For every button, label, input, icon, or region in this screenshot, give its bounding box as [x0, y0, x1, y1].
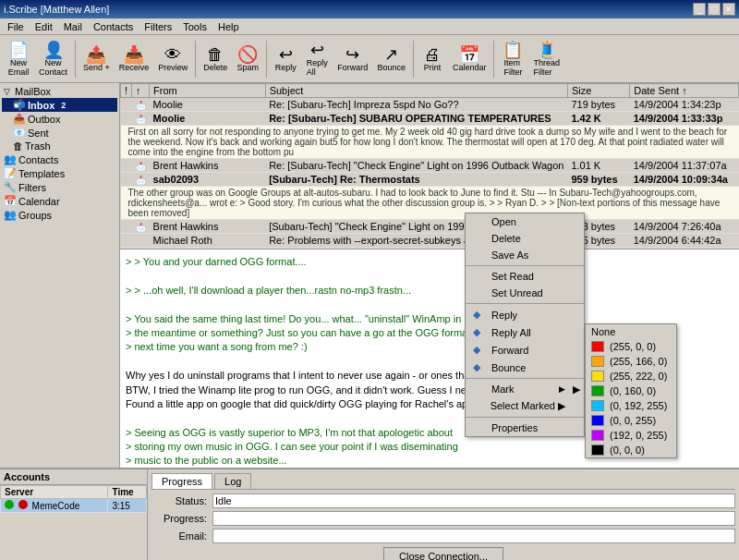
sent-icon: 📧: [13, 127, 26, 139]
sidebar-item-filters[interactable]: 🔧 Filters: [2, 180, 117, 194]
sidebar-item-mailbox[interactable]: ▽ MailBox: [2, 85, 117, 98]
bounce-label: Bounce: [377, 63, 406, 72]
sidebar-templates-label: Templates: [18, 168, 65, 179]
ctx-save-as[interactable]: Save As: [466, 247, 584, 263]
color-cyan[interactable]: (0, 192, 255): [586, 398, 676, 413]
reply-all-icon: ↩: [310, 42, 324, 58]
send-button[interactable]: 📤 Send +: [79, 38, 114, 80]
body-line: > > ...oh well, I'll download a player t…: [126, 284, 733, 298]
color-green[interactable]: (0, 160, 0): [586, 383, 676, 398]
reply-all-button[interactable]: ↩ ReplyAll: [302, 38, 332, 80]
row-status: 📩: [132, 112, 150, 126]
inbox-icon: 📬: [13, 99, 26, 111]
sidebar: ▽ MailBox 📬 Inbox 2 📤 Outbox 📧 Sent 🗑 Tr…: [0, 83, 120, 468]
sidebar-item-sent[interactable]: 📧 Sent: [2, 126, 117, 140]
send-label: Send +: [83, 63, 110, 72]
menu-file[interactable]: File: [2, 20, 30, 33]
thread-filter-button[interactable]: 🧵 ThreadFilter: [529, 38, 563, 80]
new-email-button[interactable]: 📄 NewEmail: [4, 38, 33, 80]
bounce-button[interactable]: ↗ Bounce: [373, 38, 409, 80]
preview-label: Preview: [158, 63, 188, 72]
ctx-open[interactable]: Open: [466, 213, 584, 230]
sidebar-item-templates[interactable]: 📝 Templates: [2, 166, 117, 180]
color-red[interactable]: (255, 0, 0): [586, 339, 676, 354]
sidebar-item-trash[interactable]: 🗑 Trash: [2, 140, 117, 152]
table-row[interactable]: 📩 Brent Hawkins [Subaru-Tech] "Check Eng…: [121, 220, 739, 234]
color-green-label: (0, 160, 0): [610, 385, 656, 396]
menu-filters[interactable]: Filters: [139, 20, 177, 33]
calendar-icon: 📅: [459, 46, 479, 63]
new-contact-button[interactable]: 👤 NewContact: [35, 38, 71, 80]
toolbar-separator-2: [195, 41, 196, 78]
ctx-reply-all[interactable]: ◆ Reply All: [466, 323, 584, 341]
menu-edit[interactable]: Edit: [30, 20, 58, 33]
sidebar-mailbox-label: MailBox: [15, 86, 51, 97]
color-orange[interactable]: (255, 166, 0): [586, 354, 676, 369]
ctx-set-read[interactable]: Set Read: [466, 268, 584, 285]
forward-icon: ↪: [345, 46, 359, 63]
row-date: 14/9/2004 1:33:33p: [630, 112, 739, 126]
color-blue[interactable]: (0, 0, 255): [586, 413, 676, 428]
toolbar-separator-4: [413, 41, 414, 78]
table-row[interactable]: Michael Roth Re: Problems with --export-…: [121, 234, 739, 248]
minimize-button[interactable]: _: [693, 3, 706, 16]
color-purple[interactable]: (192, 0, 255): [586, 428, 676, 443]
col-date[interactable]: Date Sent ↑: [630, 84, 739, 98]
maximize-button[interactable]: □: [708, 3, 721, 16]
color-none[interactable]: None: [586, 324, 676, 339]
ctx-reply-label: Reply: [491, 310, 517, 321]
ctx-delete[interactable]: Delete: [466, 230, 584, 247]
row-subject: [Subaru-Tech] Re: Thermostats: [265, 173, 567, 187]
menu-help[interactable]: Help: [212, 20, 245, 33]
preview-text: First on all sorry for not responding to…: [121, 126, 739, 159]
sidebar-item-calendar[interactable]: 📅 Calendar: [2, 194, 117, 208]
col-flag[interactable]: !: [121, 84, 132, 98]
table-row[interactable]: 📩 Moolie Re: [Subaru-Tech] SUBARU OPERAT…: [121, 112, 739, 126]
context-menu: Open Delete Save As Set Read Set Unread …: [465, 213, 585, 437]
menu-tools[interactable]: Tools: [177, 20, 212, 33]
ctx-bounce[interactable]: ◆ Bounce: [466, 359, 584, 376]
col-from[interactable]: From: [150, 84, 266, 98]
delete-button[interactable]: 🗑 Delete: [200, 38, 231, 80]
reply-button[interactable]: ↩ Reply: [271, 38, 300, 80]
menu-mail[interactable]: Mail: [58, 20, 88, 33]
ctx-bounce-icon: ◆: [473, 361, 486, 373]
spam-button[interactable]: 🚫 Spam: [233, 38, 262, 80]
preview-button[interactable]: 👁 Preview: [154, 38, 191, 80]
close-button[interactable]: ×: [722, 3, 735, 16]
receive-button[interactable]: 📥 Receive: [115, 38, 153, 80]
table-row[interactable]: 📩 Moolie Re: [Subaru-Tech] Impreza 5spd …: [121, 98, 739, 112]
sidebar-item-contacts[interactable]: 👥 Contacts: [2, 152, 117, 166]
sidebar-item-groups[interactable]: 👥 Groups: [2, 208, 117, 222]
log-tab[interactable]: Log: [214, 473, 251, 489]
ctx-reply[interactable]: ◆ Reply: [466, 306, 584, 323]
forward-button[interactable]: ↪ Forward: [333, 38, 371, 80]
color-yellow[interactable]: (255, 222, 0): [586, 369, 676, 383]
print-button[interactable]: 🖨 Print: [418, 38, 447, 80]
col-size[interactable]: Size: [567, 84, 629, 98]
item-filter-button[interactable]: 📋 ItemFilter: [498, 38, 527, 80]
accounts-col-time: Time: [108, 486, 147, 499]
ctx-forward[interactable]: ◆ Forward: [466, 341, 584, 359]
ctx-set-unread[interactable]: Set Unread: [466, 285, 584, 301]
color-black[interactable]: (0, 0, 0): [586, 443, 676, 457]
col-subject[interactable]: Subject: [265, 84, 567, 98]
ctx-mark[interactable]: Mark ▶: [466, 381, 584, 397]
col-status[interactable]: ↑: [132, 84, 150, 98]
table-row[interactable]: 📩 Brent Hawkins Re: [Subaru-Tech] "Check…: [121, 159, 739, 173]
thread-filter-label: ThreadFilter: [533, 58, 560, 77]
email-list: ! ↑ From Subject Size Date Sent ↑ 📩 Mool…: [120, 83, 739, 250]
sidebar-item-outbox[interactable]: 📤 Outbox: [2, 112, 117, 126]
ctx-properties[interactable]: Properties: [466, 420, 584, 436]
sidebar-item-inbox[interactable]: 📬 Inbox 2: [2, 98, 117, 112]
ctx-select-marked[interactable]: Select Marked ▶: [466, 397, 584, 415]
trash-icon: 🗑: [13, 140, 23, 152]
calendar-button[interactable]: 📅 Calendar: [449, 38, 491, 80]
row-date: 14/9/2004 6:44:42a: [630, 234, 739, 248]
menu-contacts[interactable]: Contacts: [88, 20, 139, 33]
progress-bar: [212, 511, 735, 526]
table-row[interactable]: 📩 sab02093 [Subaru-Tech] Re: Thermostats…: [121, 173, 739, 187]
accounts-row[interactable]: MemeCode 3:15: [1, 499, 147, 513]
close-connection-button[interactable]: Close Connection...: [383, 547, 503, 560]
progress-tab[interactable]: Progress: [151, 473, 212, 489]
